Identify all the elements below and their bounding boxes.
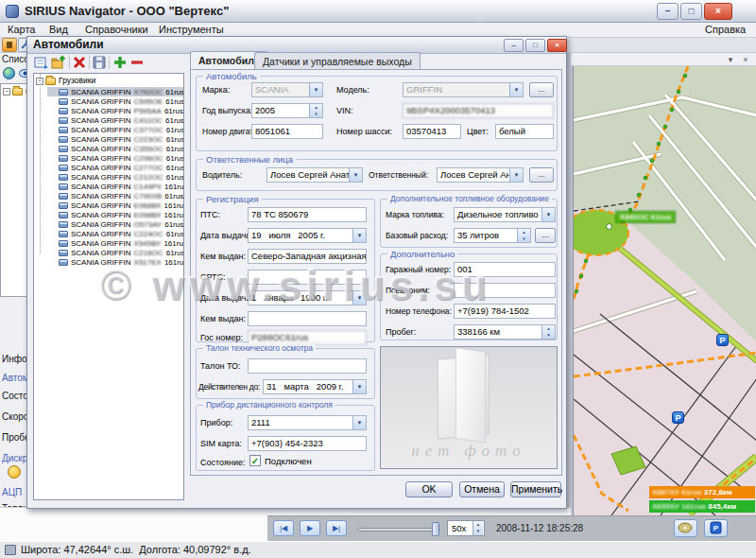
cancel-button[interactable]: Отмена (459, 481, 505, 497)
vin-field[interactable]: 9BSP4X20003570413 (403, 103, 554, 118)
slider-thumb[interactable] (432, 522, 439, 536)
dialog-minimize-button[interactable]: – (504, 39, 524, 52)
play-button[interactable]: ▶ (300, 520, 320, 536)
menu-item-view[interactable]: Вид (45, 24, 72, 35)
dialog-close-button[interactable]: × (547, 39, 567, 52)
expand-toggle[interactable]: − (3, 88, 10, 96)
save-button[interactable] (92, 55, 108, 70)
tree-item-vehicle[interactable]: SCANIA GRIFFIN С212ОС 61rus (47, 172, 184, 182)
tree-item-vehicle[interactable]: SCANIA GRIFFIN С355ОС 61rus (47, 144, 184, 153)
tree-item-vehicle[interactable]: SCANIA GRIFFIN Р595АА 61rus (47, 106, 184, 115)
close-button[interactable]: × (704, 3, 732, 20)
speed-spin-buttons[interactable]: ▴▾ (472, 521, 483, 535)
issued-by-field[interactable]: Северо-Западная акцизная т (248, 249, 367, 264)
chevron-down-icon[interactable]: ▼ (509, 168, 523, 182)
globe-icon[interactable] (3, 67, 15, 79)
chevron-down-icon[interactable]: ▼ (509, 83, 523, 96)
remove-vehicle-button[interactable] (129, 55, 146, 70)
parking-icon[interactable]: P (716, 334, 729, 346)
map-mode-button[interactable]: P (704, 519, 728, 537)
engine-number-field[interactable]: 8051061 (251, 124, 323, 139)
garage-number-field[interactable]: 001 (454, 262, 556, 277)
issue-date-select[interactable]: 19 июля 2005 г.▼ (248, 228, 367, 243)
tree-item-vehicle[interactable]: SCANIA GRIFFIN С411ОС 61rus (47, 115, 184, 125)
tree-root[interactable]: −Грузовики (36, 76, 95, 86)
map-close-button[interactable]: × (739, 54, 752, 65)
tree-item-vehicle[interactable]: SCANIA GRIFFIN Е068ВХ 161rus (47, 201, 184, 210)
tree-item-vehicle[interactable]: SCANIA GRIFFIN С790ХВ 61rus (47, 191, 184, 201)
menu-item-help[interactable]: Справка (701, 24, 749, 35)
tree-item-vehicle[interactable]: SCANIA GRIFFIN С216ОС 61rus (47, 248, 184, 257)
srts-issued-by-field[interactable] (248, 311, 367, 326)
tree-item-vehicle[interactable]: SCANIA GRIFFIN Х792ОС 61rus (47, 87, 184, 96)
srts-issue-date-select[interactable]: 1 января 1900 г.▼ (248, 290, 367, 305)
tree-item-vehicle[interactable]: SCANIA GRIFFIN О573АУ 61rus (47, 219, 184, 229)
vehicle-marker-label[interactable]: Х892ОС 61rus (615, 211, 676, 223)
tree-item-vehicle[interactable]: SCANIA GRIFFIN С223ОС 61rus (47, 134, 184, 144)
tree-item-vehicle[interactable]: SCANIA GRIFFIN С149РХ 161rus (47, 182, 184, 191)
timeline-slider[interactable] (357, 528, 440, 532)
map-canvas[interactable]: Х892ОС 61rus P P Х887ХУ 61rus 372,8км Х6… (573, 66, 756, 515)
phone-number-field[interactable]: +7(919) 784-1502 (454, 304, 556, 319)
ok-button[interactable]: OK (405, 481, 453, 497)
map-collapse-button[interactable]: ▾ (724, 54, 737, 65)
consumption-more-button[interactable]: ... (535, 228, 556, 243)
tree-item-vehicle[interactable]: SCANIA GRIFFIN С277ОС 61rus (47, 163, 184, 172)
skip-start-button[interactable]: |◀ (273, 520, 294, 536)
chevron-down-icon[interactable]: ▼ (541, 208, 555, 221)
responsible-select[interactable]: Лосев Сергей Анатоль▼ (437, 167, 524, 183)
vehicle-more-button[interactable]: ... (529, 82, 554, 97)
device-select[interactable]: 2111▼ (248, 415, 367, 430)
snapshot-button[interactable] (674, 519, 697, 537)
skip-end-button[interactable]: ▶| (326, 520, 347, 536)
chassis-number-field[interactable]: 03570413 (403, 124, 461, 139)
menu-item-directories[interactable]: Справочники (81, 24, 152, 35)
delete-button[interactable] (72, 55, 88, 70)
chevron-down-icon[interactable]: ▼ (349, 168, 362, 182)
speed-spinner[interactable]: 50x ▴▾ (447, 520, 485, 536)
tree-item-vehicle[interactable]: SCANIA GRIFFIN С595ОЕ 61rus (47, 96, 184, 106)
apply-button[interactable]: Применить (510, 481, 561, 497)
year-spinner[interactable]: 2005▴▾ (251, 103, 323, 118)
spinner-buttons[interactable]: ▴▾ (541, 325, 555, 339)
mileage-spinner[interactable]: 338166 км▴▾ (454, 324, 556, 340)
brand-select[interactable]: SCANIA▼ (251, 82, 323, 97)
chevron-down-icon[interactable]: ▼ (352, 380, 366, 393)
vehicle-tree[interactable]: −Грузовики SCANIA GRIFFIN Х792ОС 61rus S… (33, 73, 184, 500)
color-field[interactable]: белый (495, 124, 554, 139)
menu-item-tools[interactable]: Инструменты (155, 24, 228, 35)
vehicle-card-button[interactable] (34, 55, 50, 70)
tree-item-vehicle[interactable]: SCANIA GRIFFIN С296ОС 61rus (47, 153, 184, 163)
base-consumption-spinner[interactable]: 35 литров▴▾ (454, 228, 531, 243)
add-vehicle-button[interactable] (112, 55, 129, 70)
model-select[interactable]: GRIFFIN▼ (403, 82, 524, 97)
pts-field[interactable]: 78 ТС 850679 (248, 207, 367, 222)
pan-tool-button[interactable] (2, 38, 17, 52)
connected-checkbox[interactable]: ✓ (249, 455, 261, 466)
parking-icon[interactable]: P (672, 411, 684, 424)
vehicle-position-marker[interactable] (606, 223, 612, 230)
dialog-maximize-button[interactable]: □ (525, 39, 545, 52)
tree-item-vehicle[interactable]: SCANIA GRIFFIN Х545ВУ 161rus (47, 238, 184, 248)
chevron-down-icon[interactable]: ▼ (352, 229, 366, 242)
fuel-type-select[interactable]: Дизельное топливо▼ (454, 207, 556, 222)
minimize-button[interactable]: – (657, 3, 679, 20)
tree-item-vehicle[interactable]: SCANIA GRIFFIN С224ОС 61rus (47, 229, 184, 238)
menu-item-map[interactable]: Карта (4, 24, 39, 35)
tree-item-vehicle[interactable]: SCANIA GRIFFIN Х517ЕХ 161rus (47, 257, 184, 267)
maximize-button[interactable]: □ (680, 3, 702, 20)
driver-select[interactable]: Лосев Сергей Анатоль▼ (266, 167, 363, 183)
tree-item-vehicle[interactable]: SCANIA GRIFFIN Е098ВХ 161rus (47, 210, 184, 219)
sim-card-field[interactable]: +7(903) 454-2323 (248, 436, 367, 451)
alias-field[interactable] (454, 283, 556, 298)
chevron-down-icon[interactable]: ▼ (309, 83, 322, 96)
add-group-button[interactable] (51, 55, 67, 70)
inspection-ticket-field[interactable] (248, 358, 367, 374)
tab-sensors[interactable]: Датчики и управляемые выходы (254, 52, 421, 69)
chevron-down-icon[interactable]: ▼ (352, 291, 366, 305)
tree-item-vehicle[interactable]: SCANIA GRIFFIN С377ОС 61rus (47, 125, 184, 134)
srts-field[interactable] (248, 270, 367, 285)
spinner-buttons[interactable]: ▴▾ (309, 104, 322, 117)
persons-more-button[interactable]: ... (529, 167, 554, 183)
spinner-buttons[interactable]: ▴▾ (517, 229, 530, 242)
